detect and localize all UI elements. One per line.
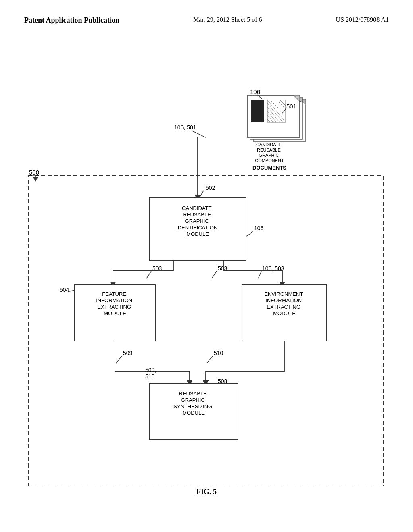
label-504: 504 bbox=[60, 287, 69, 293]
label-509: 509 bbox=[123, 350, 133, 356]
label-documents: DOCUMENTS bbox=[252, 165, 286, 171]
svg-rect-6 bbox=[251, 100, 264, 122]
label-106-top: 106 bbox=[250, 88, 260, 95]
label-candidate-component: CANDIDATE REUSABLE GRAPHIC COMPONENT bbox=[255, 142, 284, 163]
label-510: 510 bbox=[214, 350, 223, 356]
label-106-b: 106 bbox=[254, 225, 264, 231]
header-right: US 2012/078908 A1 bbox=[336, 16, 389, 23]
label-500: 500 bbox=[29, 169, 39, 176]
label-509-510: 509, 510 bbox=[145, 367, 158, 380]
label-502: 502 bbox=[206, 185, 215, 191]
svg-line-20 bbox=[192, 131, 206, 137]
label-106-501: 106, 501 bbox=[174, 124, 196, 131]
header-center: Mar. 29, 2012 Sheet 5 of 6 bbox=[193, 16, 262, 23]
diagram-area: 106 501 CANDIDATE REUSABLE GRAPHIC COMPO… bbox=[0, 33, 413, 508]
header-left: Patent Application Publication bbox=[24, 16, 119, 25]
figure-caption: FIG. 5 bbox=[196, 488, 217, 496]
label-501: 501 bbox=[286, 103, 296, 110]
page-header: Patent Application Publication Mar. 29, … bbox=[0, 0, 413, 25]
diagram-svg: 106 501 CANDIDATE REUSABLE GRAPHIC COMPO… bbox=[0, 33, 413, 508]
